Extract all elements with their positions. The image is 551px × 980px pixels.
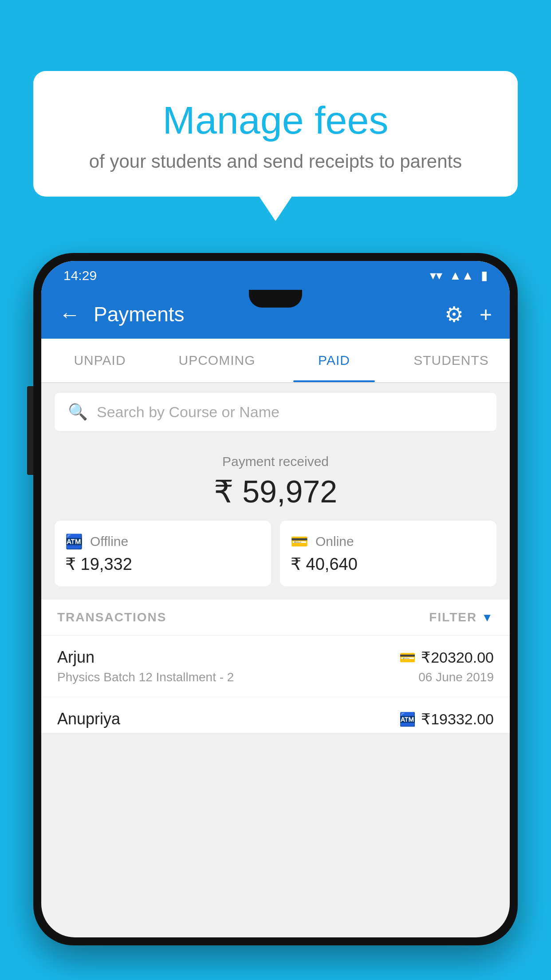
offline-label: Offline [90, 534, 128, 549]
phone-frame: 14:29 ▾▾ ▲▲ ▮ ← Payments ⚙ + [33, 253, 518, 945]
transaction-bottom-1: Physics Batch 12 Installment - 2 06 June… [57, 670, 494, 684]
table-row[interactable]: Arjun 💳 ₹20320.00 Physics Batch 12 Insta… [41, 636, 510, 697]
phone-screen: 14:29 ▾▾ ▲▲ ▮ ← Payments ⚙ + [41, 261, 510, 937]
online-amount: ₹ 40,640 [291, 554, 486, 574]
search-icon: 🔍 [68, 403, 88, 421]
offline-icon: 🏧 [65, 533, 83, 550]
add-button[interactable]: + [480, 302, 492, 327]
online-payment-icon-1: 💳 [399, 650, 416, 665]
table-row[interactable]: Anupriya 🏧 ₹19332.00 [41, 697, 510, 733]
transaction-amount-area-1: 💳 ₹20320.00 [399, 648, 494, 666]
filter-button[interactable]: FILTER ▼ [429, 610, 494, 624]
transaction-name-1: Arjun [57, 648, 94, 667]
transactions-label: TRANSACTIONS [57, 610, 166, 624]
offline-payment-icon-2: 🏧 [399, 711, 416, 727]
transactions-header: TRANSACTIONS FILTER ▼ [41, 600, 510, 636]
transaction-date-1: 06 June 2019 [418, 670, 494, 684]
app-bar-left: ← Payments [59, 302, 185, 327]
offline-payment-card: 🏧 Offline ₹ 19,332 [55, 521, 271, 586]
online-card-header: 💳 Online [291, 533, 486, 550]
tab-students[interactable]: STUDENTS [393, 339, 510, 382]
speech-bubble: Manage fees of your students and send re… [33, 71, 518, 197]
app-bar-right: ⚙ + [445, 302, 492, 327]
battery-icon: ▮ [481, 268, 488, 283]
main-title: Manage fees [60, 98, 491, 143]
transaction-amount-2: ₹19332.00 [421, 710, 494, 728]
signal-icon: ▲▲ [449, 269, 474, 283]
online-label: Online [315, 534, 354, 549]
transaction-top-2: Anupriya 🏧 ₹19332.00 [57, 710, 494, 728]
transaction-amount-area-2: 🏧 ₹19332.00 [399, 710, 494, 728]
offline-amount: ₹ 19,332 [65, 554, 260, 574]
notch [249, 290, 302, 308]
tab-paid[interactable]: PAID [276, 339, 393, 382]
back-button[interactable]: ← [59, 302, 80, 327]
search-input[interactable]: Search by Course or Name [97, 403, 279, 421]
transaction-amount-1: ₹20320.00 [421, 648, 494, 666]
payment-total-amount: ₹ 59,972 [50, 474, 501, 510]
status-icons: ▾▾ ▲▲ ▮ [430, 268, 488, 283]
filter-label: FILTER [429, 610, 477, 624]
filter-icon: ▼ [481, 611, 494, 624]
online-payment-card: 💳 Online ₹ 40,640 [280, 521, 496, 586]
wifi-icon: ▾▾ [430, 268, 442, 283]
payment-cards: 🏧 Offline ₹ 19,332 💳 Online ₹ 40,640 [50, 521, 501, 586]
tab-unpaid[interactable]: UNPAID [41, 339, 158, 382]
search-box[interactable]: 🔍 Search by Course or Name [55, 393, 496, 431]
offline-card-header: 🏧 Offline [65, 533, 260, 550]
main-subtitle: of your students and send receipts to pa… [60, 151, 491, 172]
transaction-name-2: Anupriya [57, 710, 120, 728]
app-bar-title: Payments [94, 302, 185, 326]
transaction-top-1: Arjun 💳 ₹20320.00 [57, 648, 494, 667]
payment-received-label: Payment received [50, 454, 501, 469]
search-container: 🔍 Search by Course or Name [41, 383, 510, 441]
phone-container: 14:29 ▾▾ ▲▲ ▮ ← Payments ⚙ + [33, 253, 518, 980]
status-bar: 14:29 ▾▾ ▲▲ ▮ [41, 261, 510, 290]
transaction-course-1: Physics Batch 12 Installment - 2 [57, 670, 234, 684]
settings-button[interactable]: ⚙ [445, 302, 464, 327]
tab-upcoming[interactable]: UPCOMING [158, 339, 276, 382]
status-time: 14:29 [63, 268, 97, 283]
payment-summary: Payment received ₹ 59,972 🏧 Offline ₹ 19… [41, 441, 510, 600]
tabs-bar: UNPAID UPCOMING PAID STUDENTS [41, 339, 510, 383]
online-icon: 💳 [291, 533, 308, 550]
